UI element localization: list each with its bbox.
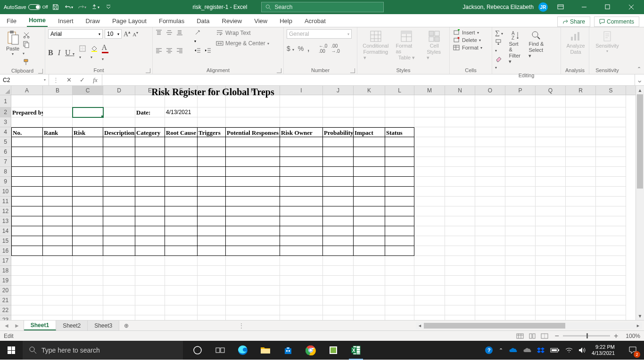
row-header-22[interactable]: 22 (0, 305, 11, 315)
cell-C19[interactable] (73, 276, 103, 286)
cell-S19[interactable] (596, 276, 626, 286)
cell-D9[interactable] (103, 177, 135, 187)
cell-B20[interactable] (43, 286, 73, 296)
cell-K15[interactable] (354, 236, 385, 246)
cell-F1[interactable] (165, 95, 198, 107)
ribbon-display-icon[interactable] (550, 0, 571, 14)
cell-G19[interactable] (198, 276, 226, 286)
col-header-N[interactable]: N (445, 86, 475, 95)
zoom-out-button[interactable]: − (555, 332, 559, 340)
cell-E4[interactable]: Category (135, 127, 165, 137)
cell-J20[interactable] (323, 286, 354, 296)
cell-J11[interactable] (323, 197, 354, 206)
wifi-icon[interactable] (565, 347, 573, 354)
cell-J8[interactable] (323, 167, 354, 177)
cell-C10[interactable] (73, 187, 103, 197)
cell-G8[interactable] (198, 167, 226, 177)
cell-K19[interactable] (354, 276, 385, 286)
cell-E9[interactable] (135, 177, 165, 187)
find-select-button[interactable]: Find &Select ▾ (526, 29, 546, 71)
cell-G2[interactable] (198, 107, 226, 117)
col-header-J[interactable]: J (323, 86, 354, 95)
cell-K10[interactable] (354, 187, 385, 197)
cell-G21[interactable] (198, 296, 226, 305)
cell-G16[interactable] (198, 246, 226, 256)
cell-N11[interactable] (445, 197, 475, 206)
cell-G18[interactable] (198, 266, 226, 276)
sheet-nav-next[interactable]: ► (14, 322, 20, 329)
cell-L8[interactable] (385, 167, 414, 177)
cell-O17[interactable] (475, 256, 505, 266)
cell-J7[interactable] (323, 157, 354, 167)
cell-F19[interactable] (165, 276, 198, 286)
sheet-tab-sheet1[interactable]: Sheet1 (24, 321, 56, 330)
cell-A23[interactable] (11, 315, 43, 320)
cell-P14[interactable] (505, 226, 536, 236)
cell-S18[interactable] (596, 266, 626, 276)
cell-R5[interactable] (566, 137, 596, 147)
cell-M2[interactable] (414, 107, 445, 117)
cell-J12[interactable] (323, 206, 354, 216)
cell-F8[interactable] (165, 167, 198, 177)
cell-P18[interactable] (505, 266, 536, 276)
cell-N9[interactable] (445, 177, 475, 187)
cell-B12[interactable] (43, 206, 73, 216)
cell-F6[interactable] (165, 147, 198, 157)
search-box[interactable]: Search (261, 2, 384, 12)
row-header-19[interactable]: 19 (0, 276, 11, 286)
cell-P10[interactable] (505, 187, 536, 197)
row-header-9[interactable]: 9 (0, 177, 11, 187)
cell-H20[interactable] (226, 286, 280, 296)
cell-E16[interactable] (135, 246, 165, 256)
tab-file[interactable]: File (5, 15, 18, 27)
cell-Q22[interactable] (536, 305, 566, 315)
col-header-L[interactable]: L (385, 86, 414, 95)
cell-C15[interactable] (73, 236, 103, 246)
zoom-slider[interactable] (563, 335, 610, 337)
cell-L23[interactable] (385, 315, 414, 320)
cell-J15[interactable] (323, 236, 354, 246)
orientation-button[interactable]: ▾ (194, 29, 201, 44)
cell-R2[interactable] (566, 107, 596, 117)
cell-Q13[interactable] (536, 216, 566, 226)
cell-P23[interactable] (505, 315, 536, 320)
row-header-23[interactable]: 23 (0, 315, 11, 320)
cell-J18[interactable] (323, 266, 354, 276)
cell-E2[interactable]: Date: (135, 107, 165, 117)
row-header-17[interactable]: 17 (0, 256, 11, 266)
cell-I18[interactable] (280, 266, 323, 276)
cell-S17[interactable] (596, 256, 626, 266)
cell-K21[interactable] (354, 296, 385, 305)
cell-C5[interactable] (73, 137, 103, 147)
cell-M15[interactable] (414, 236, 445, 246)
cell-C17[interactable] (73, 256, 103, 266)
cell-A16[interactable] (11, 246, 43, 256)
cell-C6[interactable] (73, 147, 103, 157)
cell-D12[interactable] (103, 206, 135, 216)
cell-A12[interactable] (11, 206, 43, 216)
cell-D15[interactable] (103, 236, 135, 246)
cell-R6[interactable] (566, 147, 596, 157)
cell-A17[interactable] (11, 256, 43, 266)
cell-Q15[interactable] (536, 236, 566, 246)
cell-L11[interactable] (385, 197, 414, 206)
cell-Q18[interactable] (536, 266, 566, 276)
cell-S23[interactable] (596, 315, 626, 320)
cell-M12[interactable] (414, 206, 445, 216)
sensitivity-button[interactable]: Sensitivity▾ (592, 29, 622, 66)
cell-F21[interactable] (165, 296, 198, 305)
cell-styles-button[interactable]: CellStyles ▾ (424, 29, 445, 66)
cell-B19[interactable] (43, 276, 73, 286)
cell-M14[interactable] (414, 226, 445, 236)
cell-H8[interactable] (226, 167, 280, 177)
delete-cells-button[interactable]: Delete ▾ (453, 37, 489, 43)
zoom-level[interactable]: 100% (626, 333, 640, 339)
row-header-13[interactable]: 13 (0, 216, 11, 226)
cell-C12[interactable] (73, 206, 103, 216)
cell-M10[interactable] (414, 187, 445, 197)
cell-A10[interactable] (11, 187, 43, 197)
analyze-data-button[interactable]: AnalyzeData (564, 29, 587, 66)
cell-C22[interactable] (73, 305, 103, 315)
cell-N19[interactable] (445, 276, 475, 286)
cell-C20[interactable] (73, 286, 103, 296)
